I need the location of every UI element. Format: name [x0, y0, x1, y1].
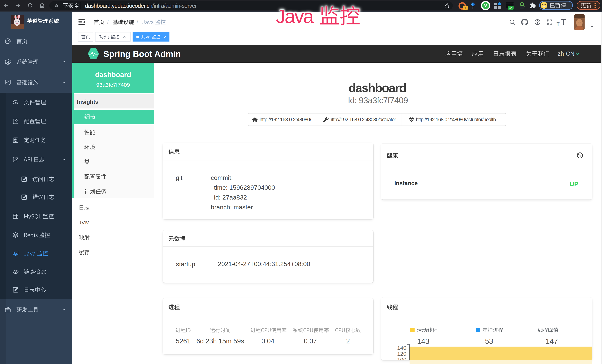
svg-text:on: on	[509, 7, 512, 9]
